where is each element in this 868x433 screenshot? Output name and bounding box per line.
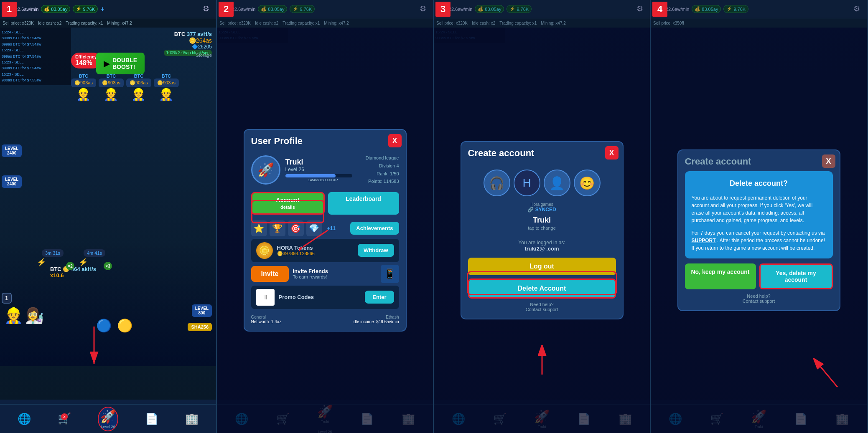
synced-name: Truki: [533, 216, 551, 225]
confirm-text-1: You are about to request permanent delet…: [692, 194, 826, 224]
profile-level: Level 26: [285, 167, 361, 172]
confirm-buttons: No, keep my account Yes, delete my accou…: [678, 258, 840, 289]
boost-stat: ⚡ 9.76K: [73, 5, 98, 13]
invite-row: Invite Invite Friends To earn rewards! 📱: [251, 265, 399, 283]
modal-overlay-3: Create account X 🎧 H 👤 😊 Hora games 🔗 SY…: [434, 28, 650, 433]
withdraw-btn[interactable]: Withdraw: [358, 244, 394, 257]
invite-desc: Invite Friends To earn rewards!: [293, 268, 377, 279]
logout-btn[interactable]: Log out: [468, 258, 616, 275]
promo-row: ||| Promo Codes Enter: [251, 286, 399, 309]
create-account-modal: Create account X 🎧 H 👤 😊 Hora games 🔗 SY…: [461, 141, 624, 319]
profile-header: 🚀 Truki Level 26 14583/150000 XP Diamond…: [244, 151, 406, 189]
no-keep-btn[interactable]: No, keep my account: [685, 263, 756, 289]
step-badge-4: 4: [652, 2, 667, 17]
leaderboard-tab[interactable]: Leaderboard: [328, 192, 399, 215]
arrow-annotation-4: [808, 358, 842, 391]
confirm-text-2: For 7 days you can cancel your request b…: [692, 229, 826, 252]
info-bar-1: Sell price: x320K Idle cash: x2 Trading …: [0, 18, 216, 28]
need-help-4: Need help? Contact support: [678, 294, 840, 304]
barcode-icon: |||: [256, 289, 275, 306]
modal-title: User Profile: [244, 130, 406, 151]
status-bar-1: 🏠 22.6aw/min 💰 83.05ay ⚡ 9.76K + ⚙: [0, 0, 216, 18]
game-area-1: 15:24 - SELL 899as BTC for $7.54aw 899as…: [0, 28, 216, 400]
profile-tabs: Account details Leaderboard: [244, 189, 406, 218]
delete-confirm-body: Delete account? You are about to request…: [685, 171, 833, 258]
modal-overlay-2: User Profile X 🚀 Truki Level 26 14583/15…: [217, 28, 433, 433]
status-bar-4: 🏠 22.6aw/min 💰83.05ay ⚡9.76K ⚙: [651, 0, 867, 18]
boost-stat-2: ⚡ 9.76K: [290, 5, 315, 13]
tx-feed: 15:24 - SELL 899as BTC for $7.54aw 899as…: [0, 28, 71, 85]
synced-sub: tap to change: [528, 225, 556, 230]
gear-icon-2[interactable]: ⚙: [420, 4, 430, 14]
status-bar-2: 🏠 22.6aw/min 💰 83.05ay ⚡ 9.76K ⚙: [217, 0, 433, 18]
synced-av-3: 😊: [574, 170, 601, 196]
promo-label: Promo Codes: [279, 294, 361, 300]
synced-section: 🎧 H 👤 😊 Hora games 🔗 SYNCED Truki tap to…: [461, 163, 623, 237]
delete-confirm-title: Delete account?: [692, 178, 826, 189]
bottom-nav-1: 🌐 🛒2 🚀 Level 26 📄 🏢: [0, 404, 216, 433]
hora-coin-icon: 🪙: [256, 242, 273, 259]
modal-footer: General Net worth: 1.4az Ethash Idle inc…: [244, 311, 406, 324]
modal-overlay-4: Create account X Delete account? You are…: [651, 28, 867, 433]
synced-av-1: 🎧: [484, 170, 510, 196]
panel-3: 3 🏠 22.6aw/min 💰83.05ay ⚡9.76K ⚙ Sell pr…: [434, 0, 651, 433]
nav-cart[interactable]: 🛒2: [58, 412, 71, 426]
info-bar-2: Sell price: x320K Idle cash: x2 Trading …: [217, 18, 433, 28]
close-delete-btn[interactable]: X: [822, 154, 835, 168]
step-badge-1: 1: [2, 2, 17, 17]
svg-line-7: [817, 362, 837, 387]
hora-logo: H: [514, 170, 540, 196]
nav-globe[interactable]: 🌐: [18, 413, 31, 425]
xp-text: 14583/150000 XP: [285, 178, 361, 182]
nav-building[interactable]: 🏢: [185, 413, 199, 425]
footer-general: General Net worth: 1.4az: [251, 315, 282, 324]
ach-icon-2: 🏆: [270, 220, 285, 236]
double-boost-btn[interactable]: ▶ DOUBLEBOOST!: [96, 53, 145, 74]
nav-rocket[interactable]: 🚀 Level 26: [98, 407, 118, 431]
gear-icon-4[interactable]: ⚙: [853, 4, 863, 14]
step-badge-3: 3: [435, 2, 451, 17]
create-account-title: Create account: [461, 142, 623, 163]
invite-image: 📱: [381, 265, 399, 283]
enter-btn[interactable]: Enter: [365, 291, 394, 304]
synced-av-2: 👤: [544, 170, 570, 196]
logged-in-section: You are logged in as: truki2@ .com: [461, 237, 623, 254]
delete-account-btn[interactable]: Delete Account: [468, 279, 616, 299]
close-create-btn[interactable]: X: [605, 146, 619, 160]
ach-icon-1: ⭐: [251, 220, 267, 236]
invite-btn[interactable]: Invite: [251, 266, 289, 282]
gear-icon-3[interactable]: ⚙: [636, 4, 647, 14]
currency-stat: 💰 83.05ay: [41, 5, 70, 13]
profile-info: Truki Level 26 14583/150000 XP: [285, 158, 361, 182]
user-profile-modal: User Profile X 🚀 Truki Level 26 14583/15…: [244, 129, 407, 332]
xp-bar: [285, 174, 352, 177]
support-link[interactable]: SUPPORT: [692, 238, 716, 243]
step-badge-2: 2: [219, 2, 234, 17]
account-tab[interactable]: Account details: [251, 192, 325, 215]
gear-icon[interactable]: ⚙: [203, 4, 213, 14]
need-help-3: Need help? Contact support: [461, 302, 623, 312]
currency-stat-2: 💰 83.05ay: [258, 5, 287, 13]
panel-4: 4 🏠 22.6aw/min 💰83.05ay ⚡9.76K ⚙ Sell pr…: [651, 0, 868, 433]
arrow-annotation-1: [81, 322, 107, 372]
svg-line-3: [303, 230, 328, 247]
arrow-annotation-2: [299, 226, 332, 251]
profile-name: Truki: [285, 158, 361, 167]
nav-document[interactable]: 📄: [145, 413, 158, 425]
footer-ethash: Ethash Idle income: $49.6av/min: [352, 315, 399, 324]
delete-confirm-modal: Create account X Delete account? You are…: [677, 149, 840, 311]
logged-email: truki2@ .com: [468, 246, 616, 252]
avatar: 🚀: [251, 155, 280, 185]
panel-1: 1 🏠 22.6aw/min 💰 83.05ay ⚡ 9.76K + ⚙ Sel…: [0, 0, 217, 433]
arrow-annotation-3: [529, 345, 555, 379]
status-bar-3: 🏠 22.6aw/min 💰83.05ay ⚡9.76K ⚙: [434, 0, 650, 18]
rate-stat: 22.6aw/min: [15, 7, 38, 12]
profile-stats: Diamond league Division 4 Rank: 1/50 Poi…: [365, 154, 399, 185]
synced-avatars: 🎧 H 👤 😊: [484, 170, 601, 196]
close-profile-btn[interactable]: X: [388, 134, 402, 147]
yes-delete-btn[interactable]: Yes, delete my account: [759, 263, 833, 289]
xp-bar-fill: [285, 174, 336, 177]
achievements-btn[interactable]: Achievements: [350, 222, 399, 235]
panel-2: 2 🏠 22.6aw/min 💰 83.05ay ⚡ 9.76K ⚙ Sell …: [217, 0, 434, 433]
info-bar-3: Sell price: x320K Idle cash: x2 Trading …: [434, 18, 650, 28]
